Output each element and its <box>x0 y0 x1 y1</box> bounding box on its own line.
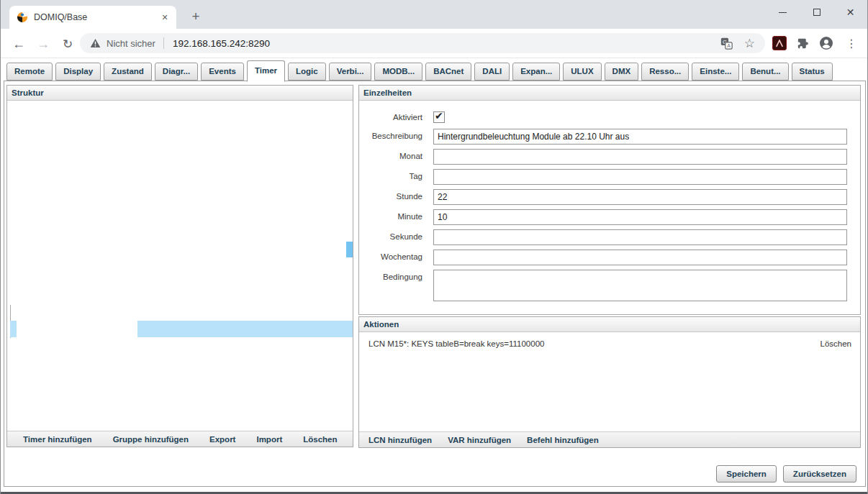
browser-tab[interactable]: DOMIQ/Base ✕ <box>9 6 176 29</box>
aktionen-toolbar: LCN hinzufügenVAR hinzufügenBefehl hinzu… <box>359 431 860 447</box>
beschreibung-input[interactable] <box>433 129 847 145</box>
app-tab-benut[interactable]: Benut... <box>742 63 788 81</box>
chrome-menu-icon[interactable]: ⋮ <box>843 37 860 50</box>
close-icon: ✕ <box>846 6 855 18</box>
toolbar-link-befehlhinzufgen[interactable]: Befehl hinzufügen <box>527 436 599 444</box>
app-tab-verbi[interactable]: Verbi... <box>329 63 372 81</box>
adobe-acrobat-extension-icon[interactable] <box>772 36 787 50</box>
not-secure-warning-icon <box>90 38 101 48</box>
forward-button: → <box>34 35 53 53</box>
minute-input[interactable] <box>433 209 847 225</box>
footer-buttons: Speichern Zurücksetzen <box>716 465 856 482</box>
app-tab-display[interactable]: Display <box>55 63 101 81</box>
einzelheiten-panel: Einzelheiten Aktiviert Beschreibung Mona… <box>358 85 861 315</box>
maximize-icon <box>813 9 820 16</box>
app-tab-timer[interactable]: Timer <box>247 60 285 82</box>
einzelheiten-panel-title: Einzelheiten <box>359 86 860 101</box>
back-button[interactable]: ← <box>9 35 28 53</box>
window-controls: ✕ <box>766 0 867 24</box>
app-tab-strip: RemoteDisplayZustandDiagr...EventsTimerL… <box>1 58 867 81</box>
app-tab-dali[interactable]: DALI <box>474 63 510 81</box>
toolbar-link-export[interactable]: Export <box>209 435 235 444</box>
app-tab-logic[interactable]: Logic <box>288 63 326 81</box>
speichern-button[interactable]: Speichern <box>716 465 777 482</box>
extension-icons: ⋮ <box>772 33 860 53</box>
aktiviert-checkbox[interactable] <box>433 111 445 123</box>
extensions-puzzle-icon[interactable] <box>796 37 810 50</box>
app-tab-resso[interactable]: Resso... <box>641 63 689 81</box>
profile-avatar-icon[interactable] <box>819 36 833 50</box>
new-tab-button[interactable]: + <box>186 8 205 27</box>
action-row: LCN M15*: KEYS tableB=break keys=1110000… <box>359 332 860 348</box>
struktur-panel-title: Struktur <box>7 86 353 101</box>
reload-button[interactable]: ↻ <box>58 35 77 53</box>
chrome-toolbar: ← → ↻ Nicht sicher 192.168.165.242:8290 … <box>1 29 867 58</box>
translate-icon[interactable]: G A <box>720 37 733 50</box>
field-monat: Monat <box>359 149 860 165</box>
minimize-icon <box>779 12 787 13</box>
sekunde-input[interactable] <box>433 229 847 245</box>
tag-input[interactable] <box>433 169 847 185</box>
url-text[interactable]: 192.168.165.242:8290 <box>173 38 720 49</box>
struktur-toolbar: Timer hinzufügenGruppe hinzufügenExportI… <box>7 431 353 447</box>
toolbar-link-gruppehinzufgen[interactable]: Gruppe hinzufügen <box>113 435 189 444</box>
beschreibung-label: Beschreibung <box>359 129 433 140</box>
aktionen-list: LCN M15*: KEYS tableB=break keys=1110000… <box>359 332 860 431</box>
field-wochentag: Wochentag <box>359 250 860 265</box>
app-tab-remote[interactable]: Remote <box>6 63 53 81</box>
action-text: LCN M15*: KEYS tableB=break keys=1110000… <box>369 339 820 348</box>
browser-tab-title: DOMIQ/Base <box>34 12 159 22</box>
toolbar-link-varhinzufgen[interactable]: VAR hinzufügen <box>448 436 511 444</box>
security-label[interactable]: Nicht sicher <box>107 38 155 49</box>
app-tab-events[interactable]: Events <box>201 63 244 81</box>
toolbar-link-timerhinzufgen[interactable]: Timer hinzufügen <box>23 435 92 444</box>
app-tab-expan[interactable]: Expan... <box>512 63 560 81</box>
field-beschreibung: Beschreibung <box>359 129 860 145</box>
close-button[interactable]: ✕ <box>833 0 867 24</box>
wochentag-input[interactable] <box>433 250 847 265</box>
toolbar-link-lcnhinzufgen[interactable]: LCN hinzufügen <box>369 436 432 444</box>
app-tab-zustand[interactable]: Zustand <box>104 63 152 81</box>
field-minute: Minute <box>359 209 860 225</box>
stunde-input[interactable] <box>433 189 847 205</box>
bookmark-star-icon[interactable]: ☆ <box>744 37 755 50</box>
tag-label: Tag <box>359 169 433 180</box>
field-tag: Tag <box>359 169 860 185</box>
timer-form: Aktiviert Beschreibung Monat Tag Stunde <box>359 101 860 301</box>
field-aktiviert: Aktiviert <box>359 110 860 123</box>
app-tab-dmx[interactable]: DMX <box>605 63 639 81</box>
wochentag-label: Wochentag <box>359 250 433 261</box>
app-tab-diagr[interactable]: Diagr... <box>155 63 198 81</box>
field-stunde: Stunde <box>359 189 860 205</box>
monat-label: Monat <box>359 149 433 160</box>
monat-input[interactable] <box>433 149 847 165</box>
minute-label: Minute <box>359 209 433 221</box>
sekunde-label: Sekunde <box>359 229 433 241</box>
struktur-tree-area[interactable] <box>7 101 353 431</box>
aktionen-panel-title: Aktionen <box>359 317 860 332</box>
maximize-button[interactable] <box>800 0 833 24</box>
aktiviert-label: Aktiviert <box>359 110 433 122</box>
app-tab-bacnet[interactable]: BACnet <box>425 63 471 81</box>
toolbar-link-import[interactable]: Import <box>256 435 282 444</box>
aktionen-panel: Aktionen LCN M15*: KEYS tableB=break key… <box>358 316 861 448</box>
app-tab-ulux[interactable]: ULUX <box>563 63 601 81</box>
app-content-frame: Struktur Timer hinzufügenGruppe hinzufüg… <box>4 81 866 487</box>
stunde-label: Stunde <box>359 189 433 201</box>
field-sekunde: Sekunde <box>359 229 860 245</box>
struktur-panel: Struktur Timer hinzufügenGruppe hinzufüg… <box>6 85 353 447</box>
app-tab-status[interactable]: Status <box>792 63 833 81</box>
bedingung-textarea[interactable] <box>433 270 847 301</box>
app-tab-modb[interactable]: MODB... <box>374 63 422 81</box>
minimize-button[interactable] <box>766 0 800 24</box>
tree-selection-expander[interactable] <box>10 321 17 337</box>
zuruecksetzen-button[interactable]: Zurücksetzen <box>783 465 856 482</box>
action-delete-link[interactable]: Löschen <box>820 339 851 348</box>
tree-scrollbar-thumb[interactable] <box>346 242 353 257</box>
app-tab-einste[interactable]: Einste... <box>692 63 739 81</box>
toolbar-link-lschen[interactable]: Löschen <box>303 435 337 444</box>
address-bar[interactable]: Nicht sicher 192.168.165.242:8290 G A ☆ <box>80 33 765 53</box>
tree-selected-row-highlight[interactable] <box>137 321 353 337</box>
tab-close-icon[interactable]: ✕ <box>159 12 171 23</box>
bedingung-label: Bedingung <box>359 270 433 281</box>
